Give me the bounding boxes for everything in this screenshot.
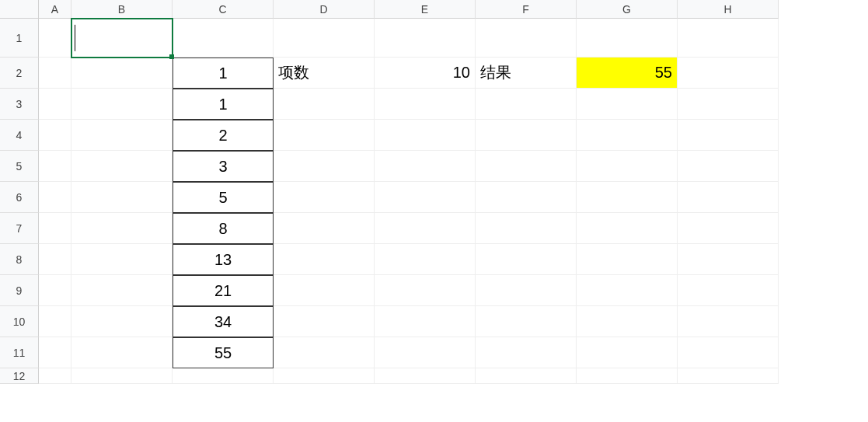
cell-G11[interactable] (577, 337, 678, 368)
cell-F7[interactable] (476, 213, 577, 244)
row-header-12[interactable]: 12 (0, 368, 39, 384)
row-header-5[interactable]: 5 (0, 151, 39, 182)
row-header-10[interactable]: 10 (0, 306, 39, 337)
cell-C10[interactable]: 34 (173, 306, 274, 337)
col-header-F[interactable]: F (476, 0, 577, 19)
row-header-6[interactable]: 6 (0, 182, 39, 213)
cell-G1[interactable] (577, 19, 678, 58)
cell-H6[interactable] (678, 182, 779, 213)
cell-B12[interactable] (71, 368, 173, 384)
cell-B2[interactable] (71, 58, 173, 89)
cell-H2[interactable] (678, 58, 779, 89)
cell-A9[interactable] (39, 275, 71, 306)
cell-H12[interactable] (678, 368, 779, 384)
cell-H4[interactable] (678, 120, 779, 151)
cell-C4[interactable]: 2 (173, 120, 274, 151)
cell-B8[interactable] (71, 244, 173, 275)
cell-F8[interactable] (476, 244, 577, 275)
cell-E8[interactable] (375, 244, 476, 275)
cell-G2[interactable]: 55 (577, 58, 678, 89)
cell-E2[interactable]: 10 (375, 58, 476, 89)
select-all-corner[interactable] (0, 0, 39, 19)
cell-H3[interactable] (678, 89, 779, 120)
cell-F4[interactable] (476, 120, 577, 151)
cell-E10[interactable] (375, 306, 476, 337)
cell-E12[interactable] (375, 368, 476, 384)
cell-G3[interactable] (577, 89, 678, 120)
row-header-9[interactable]: 9 (0, 275, 39, 306)
col-header-D[interactable]: D (274, 0, 375, 19)
cell-D2[interactable]: 项数 (274, 58, 375, 89)
cell-H8[interactable] (678, 244, 779, 275)
cell-H1[interactable] (678, 19, 779, 58)
cell-H9[interactable] (678, 275, 779, 306)
cell-G8[interactable] (577, 244, 678, 275)
cell-F11[interactable] (476, 337, 577, 368)
cell-B9[interactable] (71, 275, 173, 306)
cell-D7[interactable] (274, 213, 375, 244)
cell-D8[interactable] (274, 244, 375, 275)
col-header-G[interactable]: G (577, 0, 678, 19)
cell-A11[interactable] (39, 337, 71, 368)
cell-A10[interactable] (39, 306, 71, 337)
cell-B1[interactable] (71, 19, 173, 58)
cell-H10[interactable] (678, 306, 779, 337)
row-header-1[interactable]: 1 (0, 19, 39, 58)
cell-E5[interactable] (375, 151, 476, 182)
cell-A2[interactable] (39, 58, 71, 89)
cell-A6[interactable] (39, 182, 71, 213)
cell-B5[interactable] (71, 151, 173, 182)
cell-F5[interactable] (476, 151, 577, 182)
col-header-E[interactable]: E (375, 0, 476, 19)
cell-D1[interactable] (274, 19, 375, 58)
cell-C5[interactable]: 3 (173, 151, 274, 182)
row-header-7[interactable]: 7 (0, 213, 39, 244)
cell-A4[interactable] (39, 120, 71, 151)
cell-D5[interactable] (274, 151, 375, 182)
cell-B4[interactable] (71, 120, 173, 151)
cell-F9[interactable] (476, 275, 577, 306)
cell-F2[interactable]: 结果 (476, 58, 577, 89)
cell-A5[interactable] (39, 151, 71, 182)
cell-E7[interactable] (375, 213, 476, 244)
cell-C3[interactable]: 1 (173, 89, 274, 120)
cell-E6[interactable] (375, 182, 476, 213)
cell-H5[interactable] (678, 151, 779, 182)
cell-A7[interactable] (39, 213, 71, 244)
cell-C8[interactable]: 13 (173, 244, 274, 275)
cell-B7[interactable] (71, 213, 173, 244)
cell-G12[interactable] (577, 368, 678, 384)
cell-B11[interactable] (71, 337, 173, 368)
cell-E1[interactable] (375, 19, 476, 58)
cell-H11[interactable] (678, 337, 779, 368)
cell-C2[interactable]: 1 (173, 58, 274, 89)
cell-B3[interactable] (71, 89, 173, 120)
cell-G4[interactable] (577, 120, 678, 151)
cell-F3[interactable] (476, 89, 577, 120)
cell-C11[interactable]: 55 (173, 337, 274, 368)
cell-F1[interactable] (476, 19, 577, 58)
cell-B10[interactable] (71, 306, 173, 337)
cell-H7[interactable] (678, 213, 779, 244)
cell-E4[interactable] (375, 120, 476, 151)
cell-G6[interactable] (577, 182, 678, 213)
cell-C12[interactable] (173, 368, 274, 384)
cell-D6[interactable] (274, 182, 375, 213)
cell-D4[interactable] (274, 120, 375, 151)
cell-B6[interactable] (71, 182, 173, 213)
row-header-3[interactable]: 3 (0, 89, 39, 120)
cell-A12[interactable] (39, 368, 71, 384)
cell-C1[interactable] (173, 19, 274, 58)
row-header-2[interactable]: 2 (0, 58, 39, 89)
cell-E9[interactable] (375, 275, 476, 306)
row-header-8[interactable]: 8 (0, 244, 39, 275)
cell-D9[interactable] (274, 275, 375, 306)
cell-C9[interactable]: 21 (173, 275, 274, 306)
cell-G9[interactable] (577, 275, 678, 306)
col-header-C[interactable]: C (173, 0, 274, 19)
col-header-B[interactable]: B (71, 0, 173, 19)
cell-C6[interactable]: 5 (173, 182, 274, 213)
cell-G10[interactable] (577, 306, 678, 337)
cell-G7[interactable] (577, 213, 678, 244)
cell-F10[interactable] (476, 306, 577, 337)
